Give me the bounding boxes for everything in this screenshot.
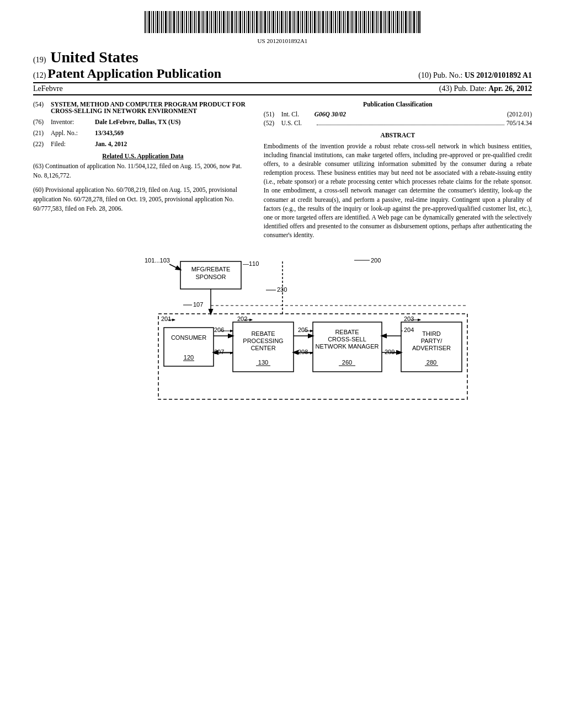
inventor-field: (76) Inventor: Dale LeFebvre, Dallas, TX…: [33, 119, 253, 125]
svg-rect-55: [259, 11, 259, 33]
svg-rect-28: [202, 11, 204, 33]
svg-rect-114: [380, 11, 382, 33]
svg-rect-74: [297, 11, 299, 33]
mfg-label2: SPONSOR: [195, 274, 226, 280]
svg-rect-1: [147, 11, 147, 33]
pub-number: US 20120101892A1: [33, 38, 532, 44]
ref-230: 230: [277, 286, 287, 293]
svg-rect-98: [347, 11, 349, 33]
ref-203: 203: [404, 315, 414, 322]
ref-207: 207: [214, 349, 224, 355]
ref-101-103: 101...103: [145, 257, 170, 264]
int-cl-date: (2012.01): [507, 111, 532, 117]
svg-rect-126: [405, 11, 407, 33]
tpa-label1: THIRD: [422, 330, 441, 337]
svg-rect-10: [165, 11, 167, 33]
svg-rect-104: [360, 11, 361, 33]
inventor-num: (76): [33, 119, 51, 125]
svg-rect-32: [211, 11, 212, 33]
svg-rect-40: [227, 11, 228, 33]
page: US 20120101892A1 (19) United States (12)…: [0, 0, 565, 728]
svg-rect-65: [279, 11, 280, 33]
svg-rect-29: [205, 11, 205, 33]
svg-rect-56: [260, 11, 262, 33]
inventor-value: Dale LeFebvre, Dallas, TX (US): [95, 119, 253, 125]
svg-rect-19: [184, 11, 185, 33]
svg-rect-23: [193, 11, 193, 33]
svg-rect-37: [221, 11, 222, 33]
rpc-ref: 130: [258, 359, 268, 366]
svg-rect-77: [304, 11, 305, 33]
ref-200: 200: [371, 257, 381, 264]
svg-rect-0: [145, 11, 146, 33]
appl-label: Appl. No.:: [51, 130, 95, 136]
abstract-section: ABSTRACT Embodiments of the invention pr…: [264, 132, 532, 239]
svg-rect-78: [306, 11, 307, 33]
pub-date-label: Pub. Date:: [454, 84, 487, 93]
svg-rect-117: [387, 11, 387, 33]
abstract-title: ABSTRACT: [264, 132, 532, 138]
svg-rect-121: [395, 11, 396, 33]
svg-rect-46: [239, 11, 241, 33]
svg-rect-63: [275, 11, 276, 33]
svg-rect-119: [391, 11, 392, 33]
svg-rect-72: [294, 11, 295, 33]
svg-rect-68: [285, 11, 286, 33]
svg-rect-79: [308, 11, 309, 33]
related-data-section: Related U.S. Application Data (63) Conti…: [33, 153, 253, 213]
us-cl-num: (52): [264, 120, 281, 126]
svg-rect-116: [385, 11, 386, 33]
svg-rect-26: [198, 11, 200, 33]
right-column: Publication Classification (51) Int. Cl.…: [264, 101, 532, 239]
svg-rect-90: [331, 11, 332, 33]
provisional-text: (60) Provisional application No. 60/708,…: [33, 185, 253, 214]
svg-rect-109: [370, 11, 371, 33]
svg-rect-62: [273, 11, 274, 33]
appl-field: (21) Appl. No.: 13/343,569: [33, 130, 253, 136]
doc-type-num: (12): [33, 71, 46, 79]
filed-label: Filed:: [51, 141, 95, 147]
svg-rect-131: [416, 11, 417, 33]
svg-rect-53: [254, 11, 255, 33]
abstract-text: Embodiments of the invention provide a r…: [264, 142, 532, 239]
svg-rect-80: [310, 11, 311, 33]
appl-value: 13/343,569: [95, 130, 253, 136]
svg-rect-122: [397, 11, 398, 33]
svg-rect-66: [281, 11, 282, 33]
svg-rect-103: [358, 11, 359, 33]
svg-rect-50: [248, 11, 249, 33]
svg-rect-120: [393, 11, 394, 33]
svg-rect-33: [213, 11, 214, 33]
rcsnm-label2: CROSS-SELL: [328, 336, 366, 342]
ref-201: 201: [161, 315, 171, 322]
svg-rect-97: [345, 11, 346, 33]
svg-rect-8: [161, 11, 162, 33]
us-cl-value: 705/14.34: [507, 120, 532, 126]
svg-rect-6: [157, 11, 158, 33]
svg-rect-27: [201, 11, 201, 33]
rcsnm-label1: REBATE: [335, 329, 359, 335]
us-cl-label: U.S. Cl.: [281, 120, 315, 126]
svg-rect-106: [364, 11, 365, 33]
svg-rect-127: [408, 11, 408, 33]
svg-rect-51: [250, 11, 251, 33]
svg-rect-3: [151, 11, 152, 33]
pub-date-section: (43) Pub. Date: Apr. 26, 2012: [439, 84, 532, 93]
svg-rect-48: [244, 11, 245, 33]
barcode-section: [33, 11, 532, 35]
pub-classification: Publication Classification (51) Int. Cl.…: [264, 101, 532, 126]
tpa-label3: ADVERTISER: [412, 345, 451, 351]
svg-rect-49: [246, 11, 247, 33]
filed-num: (22): [33, 141, 51, 147]
svg-rect-39: [226, 11, 226, 33]
svg-rect-95: [342, 11, 342, 33]
svg-rect-111: [375, 11, 375, 33]
mfg-label1: MFG/REBATE: [191, 266, 231, 272]
barcode-image: [145, 11, 420, 33]
svg-rect-96: [343, 11, 344, 33]
svg-rect-82: [314, 11, 316, 33]
svg-rect-85: [321, 11, 321, 33]
svg-rect-118: [388, 11, 390, 33]
svg-rect-52: [252, 11, 253, 33]
rpc-label1: REBATE: [251, 330, 275, 337]
